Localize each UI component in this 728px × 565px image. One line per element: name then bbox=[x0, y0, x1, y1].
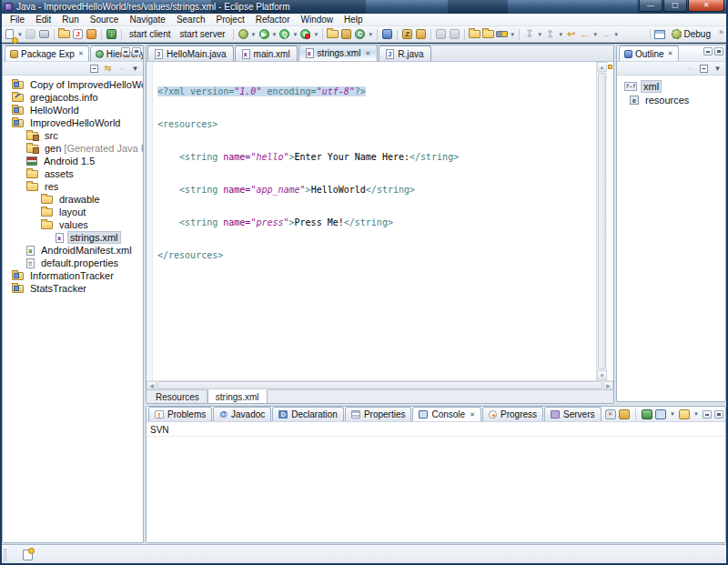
menu-search[interactable]: Search bbox=[171, 15, 211, 25]
new-wizard-dropdown-icon[interactable]: ▼ bbox=[16, 32, 24, 37]
scroll-right-icon[interactable]: ▶ bbox=[603, 381, 613, 389]
search-icon[interactable] bbox=[495, 27, 509, 42]
menu-edit[interactable]: Edit bbox=[30, 15, 56, 25]
tree-item-statstracker[interactable]: StatsTracker bbox=[3, 282, 143, 295]
minimize-view-icon[interactable] bbox=[703, 410, 712, 419]
tab-outline[interactable]: Outline ✕ bbox=[619, 45, 679, 61]
overview-ruler[interactable] bbox=[607, 62, 613, 380]
next-annotation-icon[interactable]: ↧ bbox=[522, 27, 536, 42]
tab-servers[interactable]: Servers bbox=[544, 407, 601, 421]
profile-icon[interactable]: Q bbox=[298, 27, 312, 42]
minimize-view-icon[interactable] bbox=[703, 47, 713, 55]
menu-navigate[interactable]: Navigate bbox=[124, 15, 170, 25]
close-icon[interactable]: ✕ bbox=[77, 50, 84, 57]
synchronize-icon[interactable]: Z bbox=[400, 27, 414, 42]
scroll-up-icon[interactable]: ▲ bbox=[597, 62, 607, 72]
menu-source[interactable]: Source bbox=[85, 15, 125, 25]
previous-annotation-dropdown-icon[interactable]: ▼ bbox=[557, 32, 564, 37]
new-project-icon[interactable] bbox=[326, 27, 339, 42]
view-menu-icon[interactable]: ▼ bbox=[713, 64, 723, 74]
tab-properties[interactable]: Properties bbox=[345, 407, 412, 421]
run-icon[interactable]: ▶ bbox=[258, 27, 271, 42]
start-client-button[interactable]: start client bbox=[125, 29, 176, 39]
checkout-icon[interactable] bbox=[380, 27, 394, 42]
code-editor-area[interactable]: <?xml version="1.0" encoding="utf-8"?> <… bbox=[147, 62, 613, 380]
pin-console-icon[interactable] bbox=[642, 409, 652, 419]
link-with-selection-icon[interactable] bbox=[448, 27, 461, 42]
run-as-icon[interactable]: Q bbox=[278, 27, 291, 42]
tree-item-strings-xml[interactable]: strings.xml bbox=[3, 231, 143, 244]
page-tab-resources[interactable]: Resources bbox=[148, 390, 207, 404]
new-package-icon[interactable] bbox=[339, 27, 353, 42]
close-icon[interactable]: ✕ bbox=[667, 50, 673, 57]
collapse-all-icon[interactable]: − bbox=[89, 64, 99, 74]
save-icon[interactable] bbox=[24, 27, 37, 42]
link-with-editor-icon[interactable]: ⇆ bbox=[103, 64, 113, 74]
android-sdk-manager-icon[interactable] bbox=[85, 27, 98, 42]
tree-item-assets[interactable]: assets bbox=[3, 167, 143, 180]
menu-file[interactable]: File bbox=[5, 15, 30, 25]
menu-refactor[interactable]: Refactor bbox=[250, 15, 296, 25]
open-perspective-icon[interactable] bbox=[653, 27, 667, 42]
tree-item-layout[interactable]: layout bbox=[3, 206, 143, 218]
open-type-icon[interactable] bbox=[468, 27, 481, 42]
tree-item-gregjacobs-info[interactable]: gregjacobs.info bbox=[3, 91, 143, 104]
maximize-view-icon[interactable] bbox=[714, 47, 723, 55]
tree-item-res[interactable]: res bbox=[3, 180, 143, 193]
close-window-button[interactable]: ✕ bbox=[688, 0, 724, 12]
tab-hellomain-java[interactable]: HelloMain.java bbox=[147, 45, 234, 61]
minimize-window-button[interactable]: — bbox=[639, 0, 662, 12]
scroll-down-icon[interactable]: ▼ bbox=[597, 370, 607, 380]
tab-package-explorer[interactable]: Package Exp ✕ bbox=[5, 45, 89, 61]
clear-console-icon[interactable] bbox=[605, 409, 616, 419]
tree-item-improvedhelloworld[interactable]: ImprovedHelloWorld bbox=[3, 116, 143, 129]
annotation-ruler[interactable] bbox=[147, 62, 153, 380]
console-content-area[interactable]: SVN bbox=[147, 423, 725, 542]
new-junit-test-icon[interactable]: J bbox=[71, 27, 85, 42]
back-dropdown-icon[interactable]: ▼ bbox=[592, 32, 599, 37]
next-annotation-dropdown-icon[interactable]: ▼ bbox=[536, 32, 543, 37]
start-server-button[interactable]: start server bbox=[176, 29, 230, 39]
close-icon[interactable]: ✕ bbox=[364, 50, 370, 57]
maximize-window-button[interactable]: ▢ bbox=[663, 0, 687, 12]
collapse-all-icon[interactable]: − bbox=[699, 64, 709, 74]
tree-item-gen[interactable]: gen[Generated Java Files] bbox=[3, 142, 143, 155]
back-icon[interactable]: ← bbox=[578, 27, 592, 42]
tab-r-java[interactable]: R.java bbox=[379, 45, 430, 61]
last-edit-location-icon[interactable]: ↩ bbox=[564, 27, 578, 42]
open-resource-icon[interactable] bbox=[481, 27, 495, 42]
run-as-dropdown-icon[interactable]: ▼ bbox=[291, 32, 298, 37]
close-icon[interactable]: ✕ bbox=[469, 411, 475, 419]
tab-console[interactable]: Console✕ bbox=[412, 407, 481, 421]
forward-dropdown-icon[interactable]: ▼ bbox=[612, 32, 620, 37]
display-selected-console-icon[interactable] bbox=[655, 409, 666, 419]
vertical-scrollbar-thumb[interactable] bbox=[598, 73, 606, 369]
menu-window[interactable]: Window bbox=[295, 15, 339, 25]
tab-declaration[interactable]: DDeclaration bbox=[272, 407, 344, 421]
focus-icon[interactable]: ◦◦ bbox=[116, 64, 126, 74]
tree-item-copy-of-improvedhelloworld[interactable]: Copy of ImprovedHelloWorld bbox=[3, 78, 143, 91]
perspective-overflow-chevron[interactable]: » bbox=[719, 27, 723, 36]
annotation-marker[interactable] bbox=[608, 65, 612, 69]
run-dropdown-icon[interactable]: ▼ bbox=[271, 32, 278, 37]
tree-item-src[interactable]: src bbox=[3, 129, 143, 142]
maximize-view-icon[interactable] bbox=[132, 47, 141, 55]
menu-run[interactable]: Run bbox=[56, 15, 84, 25]
tree-item-default-properties[interactable]: default.properties bbox=[3, 257, 143, 269]
menu-help[interactable]: Help bbox=[339, 15, 369, 25]
open-console-dropdown-icon[interactable]: ▼ bbox=[693, 411, 700, 417]
open-console-icon[interactable] bbox=[679, 409, 690, 419]
tab-javadoc[interactable]: @Javadoc bbox=[213, 407, 271, 421]
tree-item-drawable[interactable]: drawable bbox=[3, 193, 143, 206]
page-tab-strings-xml[interactable]: strings.xml bbox=[207, 389, 268, 404]
new-wizard-icon[interactable] bbox=[3, 27, 16, 42]
tree-item-values[interactable]: values bbox=[3, 218, 143, 231]
new-class-dropdown-icon[interactable]: ▼ bbox=[367, 32, 374, 37]
fast-view-icon[interactable] bbox=[23, 550, 33, 560]
vertical-scrollbar[interactable]: ▲ ▼ bbox=[596, 62, 607, 380]
tree-item-informationtracker[interactable]: InformationTracker bbox=[3, 269, 143, 282]
forward-icon[interactable]: → bbox=[599, 27, 612, 42]
link-with-editor-icon[interactable] bbox=[434, 27, 448, 42]
tree-item-helloworld[interactable]: HelloWorld bbox=[3, 104, 143, 116]
search-dropdown-icon[interactable]: ▼ bbox=[509, 32, 516, 37]
